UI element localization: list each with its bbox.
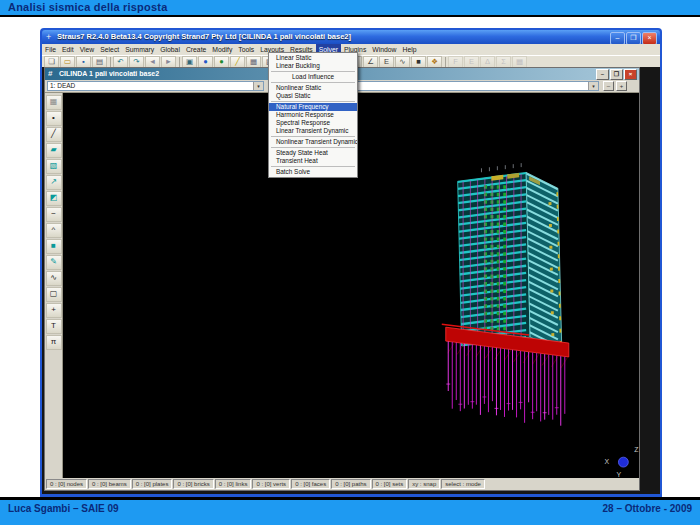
load-case-value: 1: DEAD: [50, 82, 75, 89]
app-logo-icon: +: [46, 30, 51, 44]
solver-menu-item[interactable]: Nonlinear Static: [269, 84, 357, 92]
menu-bar-item[interactable]: Edit: [59, 44, 77, 55]
entity-status-bar: 0 : [0] nodes0 : [0] beams0 : [0] plates…: [45, 478, 639, 490]
spline-tool-icon[interactable]: ∿: [46, 271, 62, 286]
snap-grid-icon[interactable]: ▦: [46, 95, 62, 110]
menu-separator[interactable]: [271, 82, 355, 83]
solver-menu-item[interactable]: Nonlinear Transient Dynamic: [269, 138, 357, 146]
node-tool-icon[interactable]: •: [46, 111, 62, 126]
menu-separator[interactable]: [271, 166, 355, 167]
straus7-window: + Straus7 R2.4.0 Beta13.4 Copyright Stra…: [40, 28, 662, 497]
child-restore-button[interactable]: ❐: [610, 69, 623, 80]
status-segment: 0 : [0] paths: [331, 479, 370, 489]
erase-tool-icon[interactable]: −: [46, 207, 62, 222]
solver-menu-item[interactable]: Steady State Heat: [269, 149, 357, 157]
menu-bar-item[interactable]: Select: [97, 44, 122, 55]
solver-menu-item[interactable]: Batch Solve: [269, 168, 357, 176]
menu-separator[interactable]: [271, 136, 355, 137]
add-node-icon[interactable]: +: [46, 303, 62, 318]
slide-footer: Luca Sgambi – SAIE 09 28 – Ottobre - 200…: [0, 500, 700, 525]
window-title: Straus7 R2.4.0 Beta13.4 Copyright Strand…: [42, 30, 660, 44]
dropdown-arrow-icon[interactable]: ▾: [253, 82, 263, 90]
element-tool-column: ▦•╱▰▧↗◩−^■✎∿▢+Tπ: [45, 93, 63, 478]
menu-separator[interactable]: [271, 147, 355, 148]
solver-menu-item[interactable]: Linear Buckling: [269, 62, 357, 70]
banner-divider: [0, 15, 700, 17]
status-segment: 0 : [0] bricks: [173, 479, 213, 489]
menu-separator[interactable]: [271, 71, 355, 72]
menu-bar-item[interactable]: Summary: [122, 44, 157, 55]
status-segment: 0 : [0] sets: [372, 479, 408, 489]
footer-date: 28 – Ottobre - 2009: [603, 503, 692, 514]
insert-vertex-icon[interactable]: ^: [46, 223, 62, 238]
solver-menu-item[interactable]: Transient Heat: [269, 157, 357, 165]
brick-tool-icon[interactable]: ▧: [46, 159, 62, 174]
select-box-icon[interactable]: ▢: [46, 287, 62, 302]
patch-tool-icon[interactable]: ■: [46, 239, 62, 254]
load-case-combo[interactable]: 1: DEAD ▾: [47, 81, 264, 91]
menu-bar-item[interactable]: Help: [399, 44, 419, 55]
solver-menu-item[interactable]: Harmonic Response: [269, 111, 357, 119]
axis-label-z: Z: [634, 446, 639, 453]
window-titlebar[interactable]: + Straus7 R2.4.0 Beta13.4 Copyright Stra…: [42, 30, 660, 44]
tee-section-icon[interactable]: T: [46, 319, 62, 334]
measure-tool-icon[interactable]: π: [46, 335, 62, 350]
roof-load-marks: [481, 163, 521, 172]
solver-menu-item[interactable]: Quasi Static: [269, 92, 357, 100]
toolbar-separator[interactable]: [445, 57, 446, 67]
solver-menu-item[interactable]: Natural Frequency: [269, 103, 357, 111]
case-prev-button[interactable]: –: [603, 81, 614, 91]
slide-title-bar: Analisi sismica della risposta: [0, 0, 700, 15]
model-file-icon: #: [48, 68, 52, 80]
menu-bar-item[interactable]: Modify: [209, 44, 235, 55]
beam-tool-icon[interactable]: ╱: [46, 127, 62, 142]
menu-bar-item[interactable]: Window: [369, 44, 399, 55]
slide-title: Analisi sismica della risposta: [8, 1, 167, 13]
face-tool-icon[interactable]: ◩: [46, 191, 62, 206]
solver-menu-item[interactable]: Linear Static: [269, 54, 357, 62]
menu-bar-item[interactable]: Create: [183, 44, 209, 55]
solver-menu-item[interactable]: Load Influence: [269, 73, 357, 81]
sketch-tool-icon[interactable]: ✎: [46, 255, 62, 270]
status-segment: 0 : [0] verts: [252, 479, 290, 489]
child-close-button[interactable]: ×: [624, 69, 637, 80]
menu-bar-item[interactable]: Global: [157, 44, 183, 55]
status-segment: select : mode: [441, 479, 485, 489]
solver-dropdown-menu: Linear StaticLinear BucklingLoad Influen…: [268, 52, 358, 178]
axis-label-x: X: [605, 458, 610, 465]
toolbar-separator[interactable]: [179, 57, 180, 67]
status-segment: 0 : [0] plates: [132, 479, 173, 489]
menu-bar-item[interactable]: File: [42, 44, 59, 55]
child-minimize-button[interactable]: –: [596, 69, 609, 80]
solver-menu-item[interactable]: Spectral Response: [269, 119, 357, 127]
status-segment: 0 : [0] faces: [291, 479, 330, 489]
toolbar-separator[interactable]: [110, 57, 111, 67]
dropdown-arrow-icon[interactable]: ▾: [588, 82, 598, 90]
menu-bar-item[interactable]: Tools: [235, 44, 257, 55]
solver-menu-item[interactable]: Linear Transient Dynamic: [269, 127, 357, 135]
status-segment: xy : snap: [408, 479, 440, 489]
status-segment: 0 : [0] nodes: [46, 479, 87, 489]
axis-label-y: Y: [616, 471, 621, 478]
status-segment: 0 : [0] links: [215, 479, 252, 489]
link-tool-icon[interactable]: ↗: [46, 175, 62, 190]
model-window-title: CILINDA 1 pali vincolati base2: [59, 70, 159, 77]
status-segment: 0 : [0] beams: [88, 479, 131, 489]
footer-author: Luca Sgambi – SAIE 09: [8, 503, 119, 514]
plate-tool-icon[interactable]: ▰: [46, 143, 62, 158]
menu-bar-item[interactable]: View: [77, 44, 98, 55]
presentation-slide: Analisi sismica della risposta + Straus7…: [0, 0, 700, 525]
case-next-button[interactable]: +: [616, 81, 627, 91]
model-window-controls: –❐×: [596, 69, 637, 80]
axis-origin-sphere: [618, 457, 628, 467]
menu-separator[interactable]: [271, 101, 355, 102]
